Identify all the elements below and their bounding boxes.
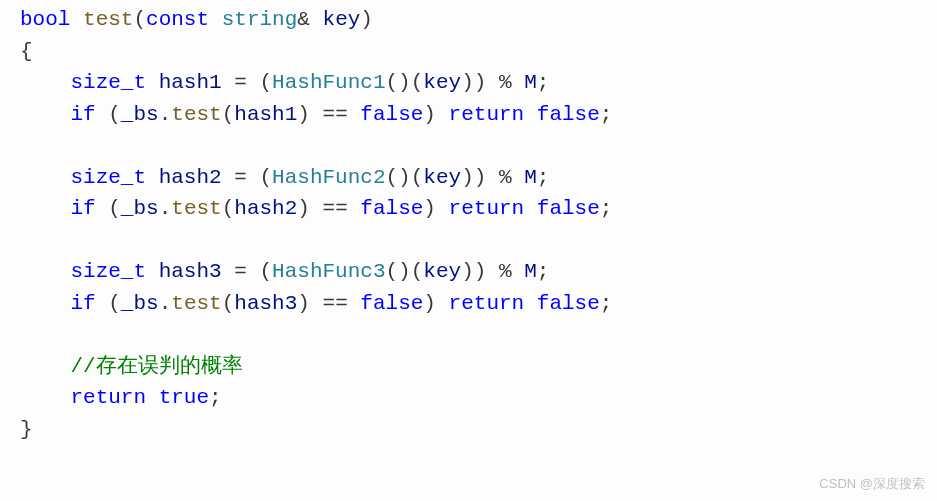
- space: [524, 292, 537, 315]
- semicolon: ;: [537, 260, 550, 283]
- var-hash2: hash2: [234, 197, 297, 220]
- paren-open: (: [133, 8, 146, 31]
- paren-eq: ) ==: [297, 292, 360, 315]
- type-sizet: size_t: [70, 260, 146, 283]
- paren-mod: )) %: [461, 166, 524, 189]
- paren-close: ): [360, 8, 373, 31]
- var-key: key: [423, 260, 461, 283]
- keyword-return: return: [449, 292, 525, 315]
- assign: =: [222, 71, 260, 94]
- paren-eq: ) ==: [297, 197, 360, 220]
- var-hash3: hash3: [159, 260, 222, 283]
- semicolon: ;: [600, 103, 613, 126]
- paren: (: [96, 197, 121, 220]
- semicolon: ;: [537, 166, 550, 189]
- keyword-false: false: [360, 197, 423, 220]
- paren: (: [222, 103, 235, 126]
- keyword-return: return: [70, 386, 146, 409]
- method-test: test: [171, 292, 221, 315]
- paren: (: [259, 71, 272, 94]
- dot: .: [159, 197, 172, 220]
- var-m: M: [524, 260, 537, 283]
- type-sizet: size_t: [70, 71, 146, 94]
- space: [146, 386, 159, 409]
- indent: [20, 355, 70, 378]
- indent: [20, 166, 70, 189]
- ampersand: &: [297, 8, 310, 31]
- paren: (: [259, 260, 272, 283]
- semicolon: ;: [537, 71, 550, 94]
- indent: [20, 71, 70, 94]
- keyword-false: false: [360, 103, 423, 126]
- keyword-if: if: [70, 292, 95, 315]
- var-bs: _bs: [121, 103, 159, 126]
- var-hash1: hash1: [159, 71, 222, 94]
- var-hash1: hash1: [234, 103, 297, 126]
- var-m: M: [524, 166, 537, 189]
- method-test: test: [171, 197, 221, 220]
- var-bs: _bs: [121, 292, 159, 315]
- keyword-false: false: [360, 292, 423, 315]
- function-name: test: [83, 8, 133, 31]
- assign: =: [222, 260, 260, 283]
- dot: .: [159, 292, 172, 315]
- var-key: key: [423, 71, 461, 94]
- keyword-if: if: [70, 197, 95, 220]
- paren: ()(: [386, 71, 424, 94]
- indent: [20, 197, 70, 220]
- semicolon: ;: [600, 197, 613, 220]
- brace-close: }: [20, 418, 33, 441]
- paren-mod: )) %: [461, 71, 524, 94]
- indent: [20, 386, 70, 409]
- method-test: test: [171, 103, 221, 126]
- paren-eq: ) ==: [297, 103, 360, 126]
- paren: (: [259, 166, 272, 189]
- paren-mod: )) %: [461, 260, 524, 283]
- paren: ): [423, 197, 448, 220]
- keyword-const: const: [146, 8, 209, 31]
- paren: ): [423, 292, 448, 315]
- type-string: string: [222, 8, 298, 31]
- paren: (: [96, 103, 121, 126]
- keyword-false: false: [537, 292, 600, 315]
- watermark: CSDN @深度搜索: [819, 474, 925, 494]
- brace-open: {: [20, 40, 33, 63]
- keyword-return: return: [449, 103, 525, 126]
- type-sizet: size_t: [70, 166, 146, 189]
- type-hashfunc1: HashFunc1: [272, 71, 385, 94]
- keyword-if: if: [70, 103, 95, 126]
- paren: (: [96, 292, 121, 315]
- keyword-bool: bool: [20, 8, 70, 31]
- space: [524, 103, 537, 126]
- var-hash2: hash2: [159, 166, 222, 189]
- semicolon: ;: [600, 292, 613, 315]
- keyword-true: true: [159, 386, 209, 409]
- type-hashfunc3: HashFunc3: [272, 260, 385, 283]
- paren: ()(: [386, 260, 424, 283]
- keyword-return: return: [449, 197, 525, 220]
- param-key: key: [323, 8, 361, 31]
- paren: (: [222, 197, 235, 220]
- keyword-false: false: [537, 197, 600, 220]
- paren: ): [423, 103, 448, 126]
- indent: [20, 103, 70, 126]
- indent: [20, 260, 70, 283]
- type-hashfunc2: HashFunc2: [272, 166, 385, 189]
- comment: //存在误判的概率: [70, 355, 242, 378]
- semicolon: ;: [209, 386, 222, 409]
- paren: (: [222, 292, 235, 315]
- space: [524, 197, 537, 220]
- dot: .: [159, 103, 172, 126]
- indent: [20, 292, 70, 315]
- var-key: key: [423, 166, 461, 189]
- code-block: bool test(const string& key) { size_t ha…: [0, 0, 937, 445]
- var-hash3: hash3: [234, 292, 297, 315]
- var-bs: _bs: [121, 197, 159, 220]
- assign: =: [222, 166, 260, 189]
- var-m: M: [524, 71, 537, 94]
- keyword-false: false: [537, 103, 600, 126]
- paren: ()(: [386, 166, 424, 189]
